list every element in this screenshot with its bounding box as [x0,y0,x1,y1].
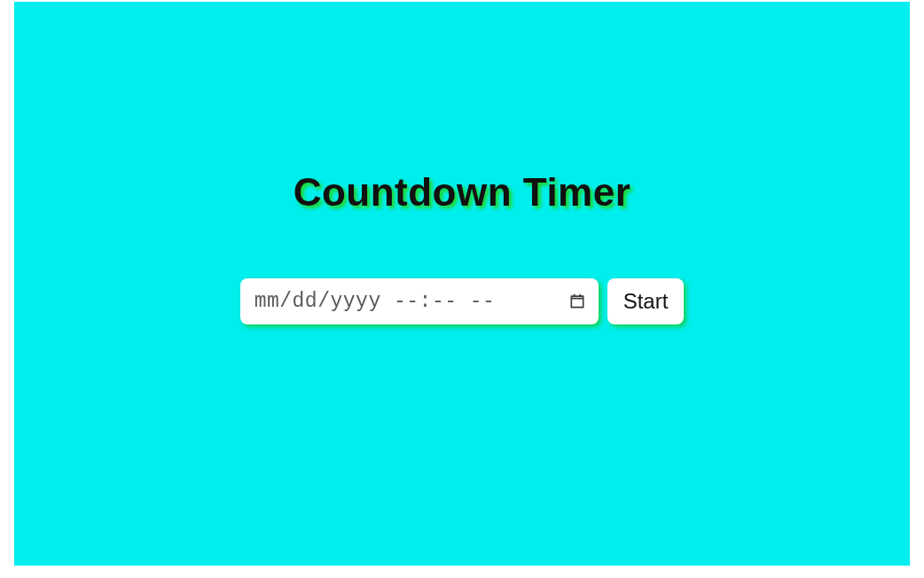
form-row: mm/dd/yyyy --:-- -- Start [14,278,910,324]
datetime-placeholder: mm/dd/yyyy --:-- -- [254,290,496,313]
datetime-input[interactable]: mm/dd/yyyy --:-- -- [240,278,599,324]
app-container: Countdown Timer mm/dd/yyyy --:-- -- Star… [14,2,910,566]
calendar-icon[interactable] [568,293,586,310]
start-button[interactable]: Start [607,278,685,324]
page-title: Countdown Timer [14,170,910,215]
